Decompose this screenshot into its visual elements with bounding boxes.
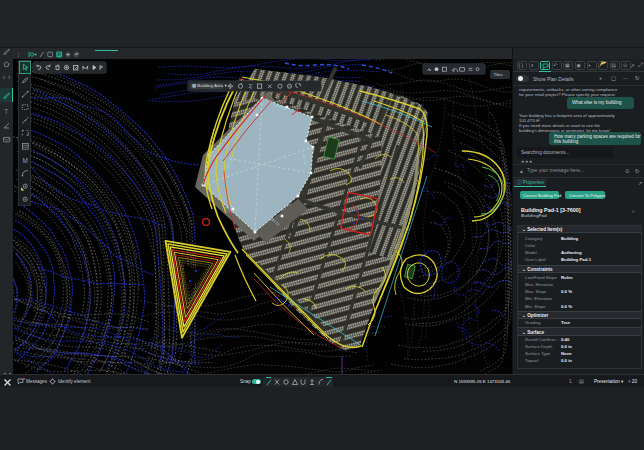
svg-text:M: M [22,157,27,164]
svg-text:T: T [4,108,8,115]
